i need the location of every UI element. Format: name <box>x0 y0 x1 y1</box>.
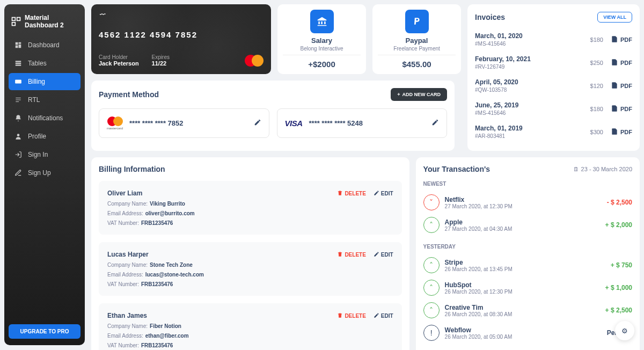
pencil-icon <box>374 190 379 197</box>
card-number: 4562 1122 4594 7852 <box>99 30 264 39</box>
holder-label: Card Holder <box>99 54 139 60</box>
payment-card: VISA**** **** **** 5248 <box>277 108 448 138</box>
invoice-id: #MS-415646 <box>475 41 523 47</box>
nav-notifications[interactable]: Notifications <box>9 110 80 127</box>
billing-name: Lucas Harper <box>107 251 149 258</box>
view-all-button[interactable]: VIEW ALL <box>597 12 632 23</box>
nav-label: Sign In <box>28 151 48 158</box>
edit-button[interactable]: EDIT <box>374 312 393 319</box>
transaction-row: ˄Stripe26 March 2020, at 13:45 PM+ $ 750 <box>423 254 632 276</box>
tx-direction-icon: ˄ <box>423 302 440 318</box>
invoice-date: June, 25, 2019 <box>475 101 518 109</box>
nav-label: Billing <box>28 78 45 85</box>
bank-icon <box>310 10 334 33</box>
brand-icon <box>11 16 21 27</box>
edit-card-icon[interactable] <box>254 119 261 128</box>
trash-icon <box>337 251 343 258</box>
nav-sign-up[interactable]: Sign Up <box>9 164 80 181</box>
payment-method-card: Payment Method+ADD NEW CARDmastercard***… <box>91 81 455 151</box>
nav-label: Dashboard <box>28 41 60 49</box>
invoice-id: #QW-103578 <box>475 87 518 93</box>
stat-sub: Freelance Payment <box>393 46 440 52</box>
nav-billing[interactable]: Billing <box>9 73 80 90</box>
invoice-row: March, 01, 2020#MS-415646$180PDF <box>475 28 632 51</box>
mastercard-icon <box>245 55 264 67</box>
settings-fab[interactable]: ⚙ <box>615 321 634 340</box>
invoices-title: Invoices <box>475 13 505 21</box>
invoice-amount: $180 <box>590 37 603 43</box>
stat-title: Salary <box>300 37 343 45</box>
invoice-amount: $300 <box>590 129 603 135</box>
transaction-row: ˅Netflix27 March 2020, at 12:30 PM- $ 2,… <box>423 191 632 214</box>
delete-button[interactable]: DELETE <box>337 312 365 319</box>
svg-rect-10 <box>15 80 21 84</box>
expires-value: 11/22 <box>152 60 170 67</box>
brand[interactable]: Material Dashboard 2 <box>9 11 80 37</box>
tx-direction-icon: ˄ <box>423 257 440 273</box>
sidebar: Material Dashboard 2 DashboardTablesBill… <box>4 4 85 345</box>
transaction-row: ˄HubSpot26 March 2020, at 12:30 PM+ $ 1,… <box>423 276 632 299</box>
pdf-icon <box>611 35 618 44</box>
plus-icon: + <box>397 92 400 97</box>
card-masked: **** **** **** 7852 <box>129 119 247 127</box>
nav-icon <box>14 150 23 159</box>
pdf-link[interactable]: PDF <box>611 128 632 136</box>
stat-paypal: PaypalFreelance Payment$455.00 <box>372 4 461 74</box>
svg-rect-3 <box>16 42 18 45</box>
tx-name: Creative Tim <box>445 304 513 311</box>
delete-button[interactable]: DELETE <box>337 251 365 258</box>
tx-direction-icon: ! <box>423 325 440 341</box>
stat-title: Paypal <box>393 37 440 45</box>
nav-tables[interactable]: Tables <box>9 55 80 72</box>
tx-name: Stripe <box>445 259 513 266</box>
pdf-link[interactable]: PDF <box>611 82 632 90</box>
invoice-row: April, 05, 2020#QW-103578$120PDF <box>475 74 632 97</box>
tx-amount: + $ 1,000 <box>605 284 632 291</box>
nav-label: Sign Up <box>28 169 51 177</box>
pencil-icon <box>374 251 379 258</box>
nav-dashboard[interactable]: Dashboard <box>9 37 80 54</box>
pdf-link[interactable]: PDF <box>611 59 632 67</box>
svg-rect-7 <box>16 61 21 62</box>
edit-button[interactable]: EDIT <box>374 190 393 197</box>
stat-sub: Belong Interactive <box>300 46 343 52</box>
edit-card-icon[interactable] <box>431 119 439 128</box>
visa-icon: VISA <box>285 119 303 128</box>
tx-time: 26 March 2020, at 12:30 PM <box>445 289 513 295</box>
transactions-card: Your Transaction's 🗓 23 - 30 March 2020 … <box>416 157 640 350</box>
brand-label: Material Dashboard 2 <box>25 14 78 29</box>
transaction-row: ˄Creative Tim26 March 2020, at 08:30 AM+… <box>423 299 632 322</box>
edit-button[interactable]: EDIT <box>374 251 393 258</box>
pdf-link[interactable]: PDF <box>611 35 632 44</box>
nav-label: RTL <box>28 96 40 104</box>
billing-name: Oliver Liam <box>107 189 142 197</box>
invoice-id: #MS-415646 <box>475 110 518 116</box>
tx-time: 26 March 2020, at 05:00 AM <box>445 334 513 340</box>
holder-value: Jack Peterson <box>99 60 139 67</box>
add-card-button[interactable]: +ADD NEW CARD <box>391 88 447 101</box>
expires-label: Expires <box>152 54 170 60</box>
upgrade-button[interactable]: UPGRADE TO PRO <box>9 324 80 339</box>
delete-button[interactable]: DELETE <box>337 190 365 197</box>
invoice-row: February, 10, 2021#RV-126749$250PDF <box>475 51 632 74</box>
stat-val: +$2000 <box>283 55 361 69</box>
tx-time: 26 March 2020, at 13:45 PM <box>445 266 513 272</box>
nav-sign-in[interactable]: Sign In <box>9 146 80 163</box>
billing-item: Oliver LiamDELETEEDITCompany Name:Viking… <box>99 181 402 235</box>
pdf-link[interactable]: PDF <box>611 105 632 113</box>
invoice-amount: $120 <box>590 83 603 89</box>
invoice-date: April, 05, 2020 <box>475 78 518 86</box>
svg-rect-8 <box>16 63 21 64</box>
nav-rtl[interactable]: RTL <box>9 91 80 108</box>
nav-profile[interactable]: Profile <box>9 128 80 145</box>
nav-icon <box>14 114 23 122</box>
nav-icon <box>14 59 23 68</box>
tx-name: Netflix <box>445 196 513 203</box>
nav-label: Profile <box>28 133 46 140</box>
transaction-row: ˄Apple27 March 2020, at 04:30 AM+ $ 2,00… <box>423 214 632 236</box>
gear-icon: ⚙ <box>621 327 628 335</box>
nav-label: Tables <box>28 60 47 67</box>
invoice-date: February, 10, 2021 <box>475 55 531 63</box>
invoice-row: June, 25, 2019#MS-415646$180PDF <box>475 97 632 120</box>
tx-name: Webflow <box>445 326 513 334</box>
